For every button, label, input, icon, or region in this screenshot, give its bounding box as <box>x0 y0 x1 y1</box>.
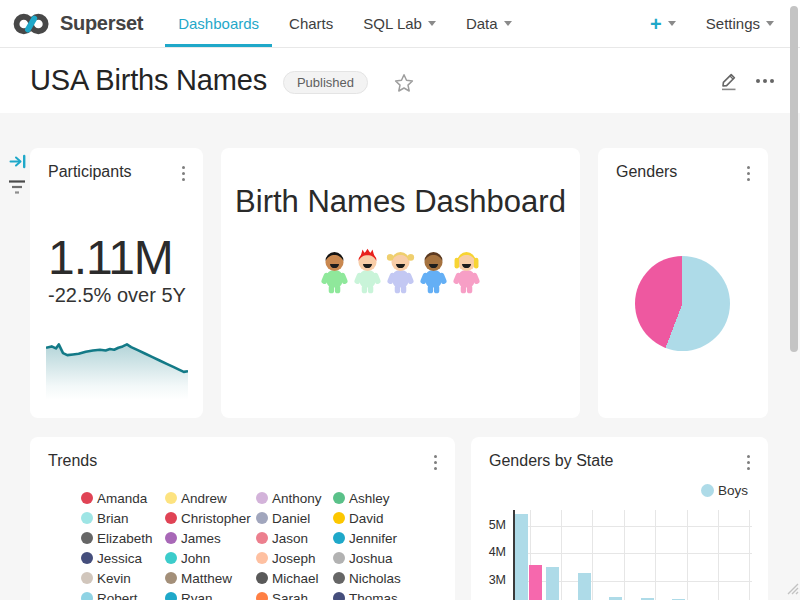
genders-pie-chart <box>635 256 730 351</box>
legend-item-robert[interactable]: Robert <box>81 588 165 600</box>
chart-title: Trends <box>48 452 97 470</box>
legend-color-dot <box>333 532 345 544</box>
nav-item-sql-lab[interactable]: SQL Lab <box>348 0 451 47</box>
legend-item-jessica[interactable]: Jessica <box>81 548 165 568</box>
legend-label: Jessica <box>97 551 142 566</box>
big-number-subheader: -22.5% over 5Y <box>48 284 186 307</box>
participants-card: Participants 1.11M -22.5% over 5Y <box>30 148 203 418</box>
legend-item-ashley[interactable]: Ashley <box>333 488 423 508</box>
legend-label: Ashley <box>349 491 390 506</box>
legend-item-matthew[interactable]: Matthew <box>165 568 256 588</box>
legend-label: Christopher <box>181 511 251 526</box>
legend-color-dot <box>165 572 177 584</box>
legend-item-kevin[interactable]: Kevin <box>81 568 165 588</box>
big-number-value: 1.11M <box>48 230 173 285</box>
legend-label: Thomas <box>349 591 398 600</box>
legend-color-dot <box>165 592 177 600</box>
legend-color-dot <box>81 572 93 584</box>
legend-item-nicholas[interactable]: Nicholas <box>333 568 423 588</box>
superset-logo-icon <box>12 11 52 37</box>
legend-item-ryan[interactable]: Ryan <box>165 588 256 600</box>
legend-label: Michael <box>272 571 319 586</box>
y-axis-tick: 4M <box>476 545 506 559</box>
filter-icon[interactable] <box>8 179 26 200</box>
bar-boys <box>546 567 559 600</box>
nav-item-label: SQL Lab <box>363 15 422 32</box>
chart-menu-kebab[interactable] <box>745 164 752 183</box>
legend-item-andrew[interactable]: Andrew <box>165 488 256 508</box>
published-badge[interactable]: Published <box>283 71 368 94</box>
resize-grip-icon[interactable] <box>785 581 799 599</box>
legend-label: Sarah <box>272 591 308 600</box>
nav-item-charts[interactable]: Charts <box>274 0 348 47</box>
kid-figure <box>417 244 450 298</box>
bar-boys <box>578 573 591 600</box>
legend-item-david[interactable]: David <box>333 508 423 528</box>
legend-color-dot <box>165 492 177 504</box>
legend-label: Jason <box>272 531 308 546</box>
legend-color-dot <box>81 532 93 544</box>
legend-item-jason[interactable]: Jason <box>256 528 333 548</box>
legend-color-dot <box>333 592 345 600</box>
chevron-down-icon <box>504 21 512 30</box>
expand-filter-bar-button[interactable] <box>9 152 27 175</box>
nav-item-dashboards[interactable]: Dashboards <box>163 0 274 47</box>
page-title: USA Births Names <box>30 64 267 97</box>
legend-item-joseph[interactable]: Joseph <box>256 548 333 568</box>
legend-item-brian[interactable]: Brian <box>81 508 165 528</box>
nav-right: + Settings <box>650 0 800 47</box>
legend-item-amanda[interactable]: Amanda <box>81 488 165 508</box>
dashboard-header: USA Births Names Published <box>0 48 800 113</box>
legend-item-sarah[interactable]: Sarah <box>256 588 333 600</box>
legend-item-john[interactable]: John <box>165 548 256 568</box>
favorite-star-icon[interactable] <box>394 73 414 93</box>
legend-label: Daniel <box>272 511 310 526</box>
legend-item-michael[interactable]: Michael <box>256 568 333 588</box>
superset-brand[interactable]: Superset <box>0 0 143 47</box>
nav-item-data[interactable]: Data <box>451 0 527 47</box>
legend-item-jennifer[interactable]: Jennifer <box>333 528 423 548</box>
legend-item-joshua[interactable]: Joshua <box>333 548 423 568</box>
legend-color-dot <box>81 592 93 600</box>
nav-item-label: Data <box>466 15 498 32</box>
legend-item-james[interactable]: James <box>165 528 256 548</box>
edit-dashboard-button[interactable] <box>718 70 740 92</box>
legend-item-elizabeth[interactable]: Elizabeth <box>81 528 165 548</box>
more-actions-button[interactable] <box>756 79 774 83</box>
legend-item-thomas[interactable]: Thomas <box>333 588 423 600</box>
legend-label: Elizabeth <box>97 531 153 546</box>
nav-item-label: Charts <box>289 15 333 32</box>
settings-menu[interactable]: Settings <box>706 15 774 32</box>
kid-figure <box>384 244 417 298</box>
legend-color-dot <box>256 572 268 584</box>
legend-label: Amanda <box>97 491 147 506</box>
legend-color-dot <box>165 532 177 544</box>
kids-illustration <box>221 244 580 298</box>
chart-menu-kebab[interactable] <box>180 164 187 183</box>
legend-label: Jennifer <box>349 531 397 546</box>
legend-label: Joseph <box>272 551 316 566</box>
legend-label: Anthony <box>272 491 322 506</box>
chart-menu-kebab[interactable] <box>432 453 439 472</box>
superset-dashboard-screen: Superset DashboardsChartsSQL LabData + S… <box>0 0 800 600</box>
legend-color-dot <box>165 552 177 564</box>
legend-item-christopher[interactable]: Christopher <box>165 508 256 528</box>
legend-color-dot <box>256 552 268 564</box>
nav-items: DashboardsChartsSQL LabData <box>163 0 526 47</box>
legend-label: Robert <box>97 591 138 600</box>
legend-color-dot <box>333 552 345 564</box>
legend-color-dot <box>256 592 268 600</box>
legend-item-daniel[interactable]: Daniel <box>256 508 333 528</box>
brand-name: Superset <box>60 12 143 35</box>
chart-title: Participants <box>48 163 132 181</box>
genders-by-state-bar-chart: 5M4M3M <box>471 437 768 600</box>
vertical-scrollbar-thumb[interactable] <box>790 6 798 352</box>
legend-item-anthony[interactable]: Anthony <box>256 488 333 508</box>
legend-color-dot <box>81 492 93 504</box>
legend-label: Nicholas <box>349 571 401 586</box>
legend-color-dot <box>81 512 93 524</box>
y-axis-tick: 5M <box>476 518 506 532</box>
new-item-button[interactable]: + <box>650 14 676 34</box>
trends-card: Trends AmandaAndrewAnthonyAshleyBrianChr… <box>30 437 455 600</box>
bar-girls <box>529 565 542 600</box>
